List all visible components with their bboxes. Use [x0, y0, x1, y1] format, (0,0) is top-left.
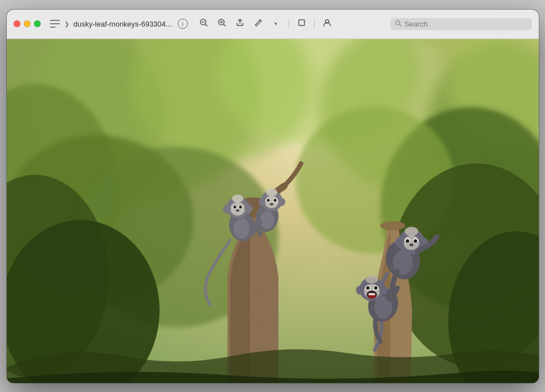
zoom-out-icon: [199, 18, 208, 29]
svg-point-50: [267, 199, 269, 201]
titlebar: ❯ dusky-leaf-monkeys-693304... i: [7, 10, 539, 39]
svg-point-55: [266, 188, 277, 196]
zoom-in-icon: [217, 18, 226, 29]
svg-point-52: [270, 203, 273, 205]
svg-point-47: [265, 196, 278, 208]
info-button[interactable]: i: [178, 19, 188, 29]
svg-rect-78: [368, 293, 375, 295]
svg-point-74: [366, 286, 370, 290]
annotate-icon: [254, 18, 263, 29]
svg-point-75: [374, 286, 377, 290]
traffic-lights: [14, 20, 41, 27]
svg-line-2: [205, 24, 207, 26]
svg-point-42: [244, 204, 252, 213]
svg-point-35: [230, 202, 245, 216]
svg-point-31: [380, 221, 405, 230]
maximize-button[interactable]: [34, 20, 41, 27]
photo-display: [7, 39, 539, 383]
minimize-button[interactable]: [24, 20, 31, 27]
toolbar-separator-2: [314, 19, 315, 29]
toolbar: ▾: [196, 16, 335, 32]
svg-point-59: [404, 235, 419, 250]
svg-point-43: [232, 195, 243, 203]
search-input[interactable]: [405, 20, 527, 28]
image-viewer: [7, 39, 539, 383]
svg-point-51: [273, 199, 276, 201]
share-button[interactable]: [232, 16, 248, 32]
chevron-icon: ▾: [274, 21, 277, 27]
svg-point-40: [236, 209, 239, 212]
toolbar-separator: [289, 19, 289, 29]
svg-point-45: [260, 211, 274, 229]
profile-icon: [323, 18, 332, 29]
annotate-chevron-button[interactable]: ▾: [268, 16, 284, 32]
svg-point-63: [414, 239, 417, 243]
svg-point-54: [278, 198, 285, 206]
svg-line-6: [224, 24, 225, 26]
svg-point-80: [380, 286, 388, 295]
crop-button[interactable]: [294, 16, 310, 32]
svg-point-41: [223, 204, 231, 213]
preview-window: ❯ dusky-leaf-monkeys-693304... i: [7, 10, 539, 383]
search-bar[interactable]: [390, 18, 532, 30]
share-icon: [235, 18, 244, 29]
svg-line-10: [399, 24, 401, 25]
svg-rect-7: [299, 20, 304, 25]
svg-point-39: [239, 205, 242, 208]
svg-point-64: [409, 243, 413, 246]
crop-icon: [297, 18, 306, 29]
svg-point-65: [395, 238, 404, 248]
info-icon: i: [182, 20, 183, 27]
annotate-button[interactable]: [250, 16, 266, 32]
svg-point-81: [366, 275, 378, 283]
search-icon: [395, 20, 402, 28]
sidebar-toggle-button[interactable]: [50, 20, 60, 28]
zoom-out-button[interactable]: [196, 16, 212, 32]
svg-point-53: [259, 198, 265, 206]
chevron-down-icon: ❯: [65, 21, 69, 27]
zoom-in-button[interactable]: [214, 16, 230, 32]
svg-point-38: [233, 205, 236, 208]
profile-button[interactable]: [319, 16, 335, 32]
close-button[interactable]: [14, 20, 20, 27]
svg-point-62: [406, 239, 409, 243]
svg-point-67: [405, 227, 418, 236]
svg-point-79: [356, 286, 364, 295]
window-title: dusky-leaf-monkeys-693304...: [74, 20, 172, 28]
